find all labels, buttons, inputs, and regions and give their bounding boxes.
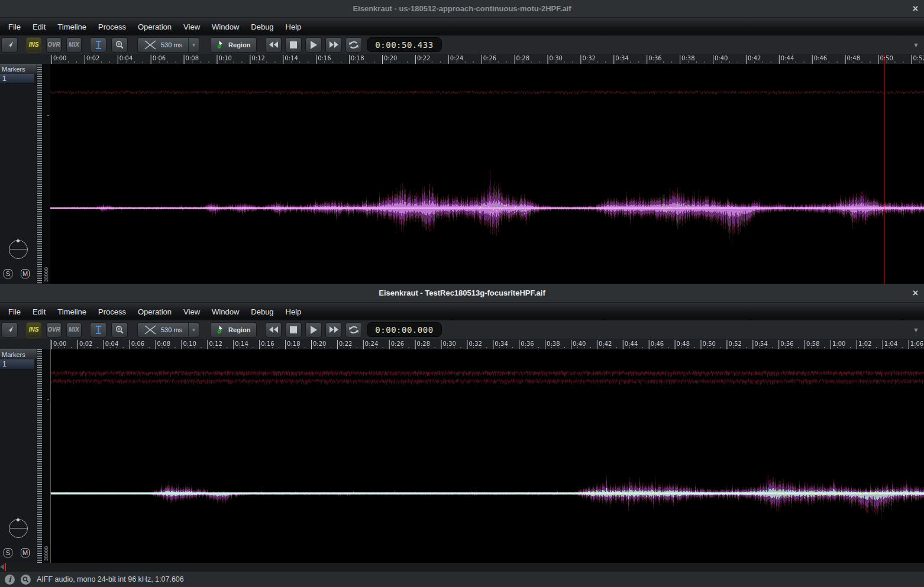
menu-item-debug[interactable]: Debug (245, 22, 279, 31)
solo-button[interactable]: S (4, 269, 12, 278)
menu-item-view[interactable]: View (177, 307, 206, 316)
ibeam-tool-button[interactable] (90, 322, 106, 338)
zoom-tool-button[interactable] (111, 37, 128, 53)
waveform-view[interactable] (50, 64, 924, 284)
menu-bar: FileEditTimelineProcessOperationViewWind… (0, 18, 924, 35)
loop-button[interactable] (345, 37, 362, 53)
stop-button[interactable] (285, 37, 302, 53)
menu-item-edit[interactable]: Edit (27, 22, 51, 31)
waveform-view[interactable] (50, 349, 924, 563)
mute-button[interactable]: M (21, 548, 30, 557)
playhead-cursor[interactable] (884, 54, 884, 284)
region-icon (217, 40, 225, 49)
time-display[interactable]: 0:00:00.000 (367, 322, 441, 337)
stop-button[interactable] (285, 322, 302, 338)
insert-mode-button[interactable]: INS (26, 322, 41, 338)
axis-bottom-label: 38000 (43, 267, 49, 282)
region-label: Region (228, 326, 250, 333)
mix-mode-button[interactable]: MIX (66, 322, 82, 338)
pointer-icon (5, 40, 14, 49)
menu-item-process[interactable]: Process (92, 307, 132, 316)
toolbar-overflow-icon[interactable]: ▼ (913, 326, 919, 333)
pan-knob[interactable] (9, 240, 28, 259)
session-content: Markers 1 S M - 38000 (0, 64, 924, 284)
fast-forward-button[interactable] (325, 37, 342, 53)
menu-item-timeline[interactable]: Timeline (51, 22, 92, 31)
pointer-tool-button[interactable] (1, 322, 18, 338)
timeline-scrollbar[interactable] (0, 563, 924, 572)
menu-item-edit[interactable]: Edit (27, 307, 51, 316)
menu-item-debug[interactable]: Debug (245, 307, 279, 316)
marker-track-item[interactable]: 1 (0, 74, 34, 84)
timeline-ruler[interactable] (0, 339, 924, 349)
region-label: Region (228, 41, 250, 48)
region-button[interactable]: Region (210, 37, 257, 53)
amplitude-axis: - 38000 (43, 64, 50, 284)
menu-item-help[interactable]: Help (280, 22, 308, 31)
region-button[interactable]: Region (210, 322, 257, 338)
menu-item-file[interactable]: File (2, 307, 27, 316)
close-icon[interactable]: × (913, 4, 918, 14)
insert-mode-button[interactable]: INS (26, 37, 41, 53)
chevron-down-icon[interactable]: ▾ (188, 38, 199, 52)
mute-button[interactable]: M (21, 269, 30, 278)
menu-item-window[interactable]: Window (206, 307, 245, 316)
markers-panel: Markers 1 S M (0, 349, 37, 563)
play-button[interactable] (305, 37, 322, 53)
blend-dropdown[interactable]: 530 ms ▾ (137, 37, 199, 53)
toolbar-overflow-icon[interactable]: ▼ (913, 41, 919, 48)
zoom-tool-button[interactable] (111, 322, 128, 338)
menu-item-help[interactable]: Help (280, 307, 308, 316)
title-bar[interactable]: Eisenkraut - us-180512-approach-continuo… (0, 0, 924, 18)
stop-icon (290, 41, 297, 48)
menu-item-process[interactable]: Process (92, 22, 132, 31)
menu-item-timeline[interactable]: Timeline (51, 307, 92, 316)
stop-icon (290, 326, 297, 333)
info-icon[interactable]: i (5, 575, 15, 585)
region-icon (217, 325, 225, 334)
ibeam-tool-button[interactable] (90, 37, 106, 53)
loop-icon (348, 41, 359, 49)
mix-mode-button[interactable]: MIX (66, 37, 82, 53)
zoom-icon (115, 325, 124, 335)
marker-track-item[interactable]: 1 (0, 359, 34, 369)
pointer-tool-button[interactable] (1, 37, 18, 53)
toolbar: INS OVR MIX 530 ms ▾ Region (0, 320, 924, 339)
play-icon (310, 41, 317, 49)
chevron-down-icon[interactable]: ▾ (188, 323, 199, 337)
solo-button[interactable]: S (4, 548, 12, 557)
eisenkraut-window-top: Eisenkraut - us-180512-approach-continuo… (0, 0, 924, 284)
window-title: Eisenkraut - us-180512-approach-continuo… (353, 4, 571, 13)
overwrite-mode-button[interactable]: OVR (46, 322, 62, 338)
menu-item-operation[interactable]: Operation (132, 22, 177, 31)
overwrite-mode-button[interactable]: OVR (46, 37, 62, 53)
pan-knob[interactable] (9, 519, 28, 538)
scroll-left-icon[interactable] (0, 564, 4, 570)
ibeam-icon (95, 325, 102, 335)
timeline-ruler[interactable] (0, 54, 924, 64)
play-button[interactable] (305, 322, 322, 338)
status-bar: i AIFF audio, mono 24-bit int 96 kHz, 1:… (0, 572, 924, 587)
crossfade-icon (144, 325, 157, 335)
session-content: Markers 1 S M - 38000 (0, 349, 924, 563)
playhead-cursor[interactable] (50, 339, 51, 563)
ibeam-icon (95, 40, 102, 50)
menu-item-view[interactable]: View (177, 22, 206, 31)
blend-dropdown[interactable]: 530 ms ▾ (137, 322, 199, 338)
inspect-icon[interactable] (21, 575, 31, 585)
title-bar[interactable]: Eisenkraut - TestRec180513g-focusriteHPF… (0, 284, 924, 303)
menu-bar: FileEditTimelineProcessOperationViewWind… (0, 303, 924, 320)
menu-item-file[interactable]: File (2, 22, 27, 31)
fast-forward-button[interactable] (325, 322, 342, 338)
close-icon[interactable]: × (913, 288, 918, 298)
rewind-button[interactable] (265, 37, 282, 53)
rewind-button[interactable] (265, 322, 282, 338)
vertical-zoom-scrollbar[interactable] (37, 64, 43, 284)
menu-item-operation[interactable]: Operation (132, 307, 177, 316)
loop-button[interactable] (345, 322, 362, 338)
time-display[interactable]: 0:00:50.433 (367, 37, 441, 52)
menu-item-window[interactable]: Window (206, 22, 245, 31)
vertical-zoom-scrollbar[interactable] (37, 349, 43, 563)
markers-header: Markers (0, 64, 37, 74)
axis-mid-label: - (47, 115, 49, 116)
